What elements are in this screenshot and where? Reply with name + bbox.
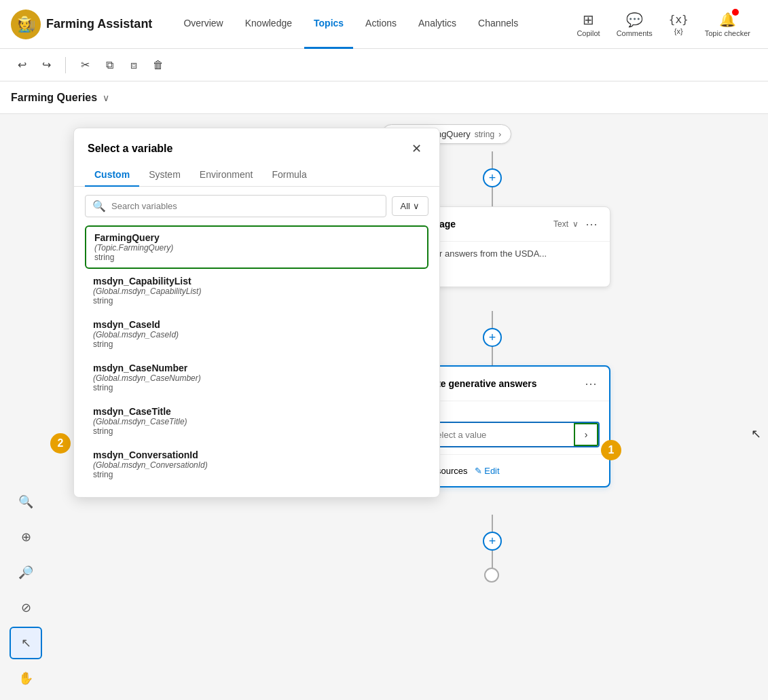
var-item-name-2: msdyn_CaseId (93, 319, 420, 330)
tab-formula[interactable]: Formula (262, 164, 316, 187)
step-badge-2: 2 (50, 433, 71, 454)
var-item-path-2: (Global.msdyn_CaseId) (93, 330, 420, 339)
var-item-type-2: string (93, 339, 420, 349)
gen-card-title: Create generative answers (416, 378, 577, 389)
delete-btn[interactable]: 🗑 (147, 54, 169, 76)
var-item-path-1: (Global.msdyn_CapabilityList) (93, 287, 420, 296)
var-search-box: 🔍 (85, 195, 386, 217)
var-item-path-5: (Global.msdyn_ConversationId) (93, 460, 420, 470)
top-nav: 🧑‍🌾 Farming Assistant Overview Knowledge… (0, 0, 768, 49)
connector-4 (492, 347, 493, 367)
canvas-content: {x} FarmingQuery string › + 💬 Message Te… (0, 114, 768, 700)
topic-checker-label: Topic checker (705, 29, 750, 37)
step-badge-1: 1 (601, 440, 621, 460)
variables-icon: {x} (669, 13, 689, 26)
end-circle (484, 568, 499, 583)
var-item-case-title[interactable]: msdyn_CaseTitle (Global.msdyn_CaseTitle)… (85, 399, 428, 443)
var-item-path-0: (Topic.FarmingQuery) (94, 243, 419, 253)
undo-btn[interactable]: ↩ (11, 54, 33, 76)
copilot-tool-btn[interactable]: ⊞ Copilot (570, 7, 606, 41)
page-title: Farming Queries (11, 92, 97, 104)
var-item-type-5: string (93, 470, 420, 479)
nav-overview[interactable]: Overview (174, 0, 232, 49)
var-panel-title: Select a variable (88, 143, 172, 155)
plus-btn-1[interactable]: + (483, 168, 502, 187)
var-item-case-id[interactable]: msdyn_CaseId (Global.msdyn_CaseId) strin… (85, 312, 428, 356)
pill-arrow-icon: › (498, 129, 501, 139)
cut-btn[interactable]: ✂ (74, 54, 96, 76)
cursor-pointer: ↖ (751, 426, 761, 441)
gen-more-btn[interactable]: ⋯ (582, 375, 600, 392)
meta-text: Text (553, 219, 568, 229)
nav-links: Overview Knowledge Topics Actions Analyt… (174, 0, 528, 49)
var-item-conversation-id[interactable]: msdyn_ConversationId (Global.msdyn_Conve… (85, 443, 428, 486)
var-item-name-3: msdyn_CaseNumber (93, 363, 420, 373)
variables-tool-btn[interactable]: {x} {x} (662, 9, 695, 39)
comments-icon: 💬 (626, 12, 643, 28)
filter-btn[interactable]: All ∨ (392, 196, 428, 216)
var-search-row: 🔍 All ∨ (74, 187, 439, 225)
connector-5 (492, 515, 493, 534)
search-input[interactable] (111, 201, 379, 211)
var-item-type-4: string (93, 426, 420, 436)
var-item-path-4: (Global.msdyn_CaseTitle) (93, 417, 420, 426)
input-arrow-btn[interactable]: › (574, 423, 598, 446)
nav-actions[interactable]: Actions (356, 0, 406, 49)
nav-analytics[interactable]: Analytics (409, 0, 466, 49)
plus-btn-3[interactable]: + (483, 532, 502, 551)
top-right-tools: ⊞ Copilot 💬 Comments {x} {x} 🔔 Topic che… (570, 7, 757, 41)
paste-btn[interactable]: ⧈ (123, 54, 145, 76)
undo-redo-group: ↩ ↪ (11, 54, 57, 76)
connector-2 (492, 187, 493, 208)
tab-environment[interactable]: Environment (190, 164, 263, 187)
var-panel: Select a variable ✕ Custom System Enviro… (73, 128, 440, 498)
var-panel-header: Select a variable ✕ (74, 128, 439, 164)
nav-knowledge[interactable]: Knowledge (236, 0, 301, 49)
redo-btn[interactable]: ↪ (35, 54, 57, 76)
app-avatar: 🧑‍🌾 (11, 10, 41, 39)
tab-custom[interactable]: Custom (85, 164, 139, 187)
chevron-down-icon[interactable]: ∨ (103, 92, 109, 103)
header-row: Farming Queries ∨ (0, 81, 768, 114)
comments-label: Comments (617, 29, 653, 37)
nav-topics[interactable]: Topics (304, 0, 353, 49)
var-item-name-0: FarmingQuery (94, 232, 419, 243)
search-icon: 🔍 (92, 200, 106, 213)
filter-chevron-icon: ∨ (413, 201, 420, 211)
message-more-btn[interactable]: ⋯ (583, 215, 600, 233)
message-card-meta: Text ∨ ⋯ (553, 215, 600, 233)
var-item-case-number[interactable]: msdyn_CaseNumber (Global.msdyn_CaseNumbe… (85, 356, 428, 399)
pill-type: string (475, 130, 494, 139)
topic-checker-badge (732, 9, 739, 16)
meta-chevron-icon: ∨ (572, 219, 579, 229)
var-item-name-4: msdyn_CaseTitle (93, 406, 420, 417)
canvas-area: 🔍 ⊕ 🔎 ⊘ ↖ ✋ {x} FarmingQuery string › + … (0, 114, 768, 700)
var-item-type-3: string (93, 383, 420, 392)
topic-checker-icon: 🔔 (719, 12, 736, 28)
plus-btn-2[interactable]: + (483, 328, 502, 347)
var-list: FarmingQuery (Topic.FarmingQuery) string… (74, 225, 439, 497)
var-panel-close-btn[interactable]: ✕ (407, 139, 426, 158)
var-item-farming-query[interactable]: FarmingQuery (Topic.FarmingQuery) string (85, 225, 428, 269)
var-item-type-1: string (93, 296, 420, 306)
topic-checker-tool-btn[interactable]: 🔔 Topic checker (698, 7, 757, 41)
tab-system[interactable]: System (139, 164, 190, 187)
copilot-icon: ⊞ (583, 12, 594, 28)
edit-link[interactable]: ✎ Edit (475, 466, 500, 476)
var-item-name-1: msdyn_CapabilityList (93, 276, 420, 287)
var-item-type-0: string (94, 253, 419, 262)
nav-channels[interactable]: Channels (469, 0, 528, 49)
comments-tool-btn[interactable]: 💬 Comments (610, 7, 659, 41)
connector-3 (492, 311, 493, 330)
var-item-name-5: msdyn_ConversationId (93, 449, 420, 460)
app-title: Farming Assistant (46, 17, 152, 31)
edit-group: ✂ ⧉ ⧈ 🗑 (74, 54, 169, 76)
var-item-path-3: (Global.msdyn_CaseNumber) (93, 373, 420, 383)
copy-btn[interactable]: ⧉ (98, 54, 120, 76)
connector-6 (492, 551, 493, 570)
copilot-label: Copilot (577, 29, 600, 37)
variables-label: {x} (674, 27, 683, 35)
var-item-capability-list[interactable]: msdyn_CapabilityList (Global.msdyn_Capab… (85, 269, 428, 312)
filter-label: All (401, 201, 410, 211)
var-tabs: Custom System Environment Formula (74, 164, 439, 187)
